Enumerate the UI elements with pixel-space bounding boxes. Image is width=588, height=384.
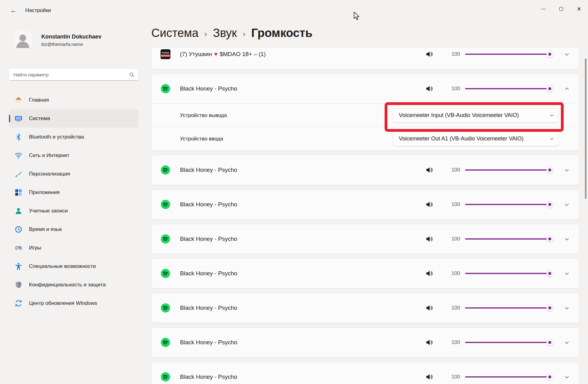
mixer-card-spotify: Black Honey - Psycho 100 — [151, 362, 579, 384]
volume-slider[interactable] — [465, 166, 553, 174]
expand-button[interactable] — [561, 164, 573, 176]
chevron-right-icon: › — [243, 29, 246, 39]
sidebar-item-privacy[interactable]: Конфиденциальность и защита — [9, 276, 138, 294]
slider-thumb[interactable] — [546, 236, 553, 242]
bluetooth-icon — [14, 133, 23, 141]
sidebar-item-games[interactable]: Игры — [9, 239, 138, 257]
sidebar-item-label: Система — [29, 115, 50, 122]
chevron-down-icon — [565, 52, 569, 57]
sidebar-item-label: Конфиденциальность и защита — [29, 282, 106, 288]
sidebar-item-bluetooth[interactable]: Bluetooth и устройства — [9, 128, 138, 146]
sidebar-nav: Главная Система Bluetooth и устройства С… — [9, 91, 138, 312]
slider-thumb[interactable] — [546, 270, 553, 277]
sidebar-item-label: Персонализация — [29, 171, 70, 177]
sidebar-item-accounts[interactable]: Учетные записи — [9, 202, 138, 220]
scrollbar[interactable] — [585, 59, 586, 199]
sidebar-item-label: Игры — [29, 245, 41, 251]
expand-button[interactable] — [561, 267, 573, 280]
volume-value: 100 — [445, 374, 460, 380]
spotify-icon — [161, 338, 170, 347]
avatar — [12, 30, 33, 51]
expand-button[interactable] — [561, 198, 573, 211]
speaker-icon — [425, 304, 434, 312]
chevron-down-icon — [550, 137, 554, 141]
volume-slider[interactable] — [465, 270, 553, 277]
user-profile[interactable]: Konstantin Dokuchaev biz@themarfa.name — [12, 30, 148, 51]
input-device-dropdown[interactable]: Voicemeeter Out A1 (VB-Audio Voicemeeter… — [393, 131, 558, 146]
close-button[interactable]: × — [570, 0, 588, 18]
titlebar: ← Настройки × — [0, 0, 588, 21]
volume-slider[interactable] — [465, 235, 553, 243]
sidebar-item-label: Время и язык — [29, 226, 62, 232]
app-title: Black Honey - Psycho — [180, 236, 237, 242]
chevron-down-icon — [565, 306, 569, 310]
sidebar-item-personalization[interactable]: Персонализация — [9, 165, 138, 183]
expand-button[interactable] — [561, 302, 573, 314]
spotify-icon — [161, 84, 170, 94]
volume-slider[interactable] — [465, 85, 553, 92]
sidebar-item-system[interactable]: Система — [9, 110, 138, 127]
output-device-dropdown[interactable]: Voicemeeter Input (VB-Audio Voicemeeter … — [393, 108, 558, 123]
breadcrumb: Система › Звук › Громкость — [151, 26, 312, 40]
maximize-button[interactable] — [552, 0, 570, 18]
sidebar-item-label: Специальные возможности — [29, 263, 96, 269]
volume-slider[interactable] — [465, 201, 553, 208]
chevron-right-icon: › — [204, 29, 207, 39]
expand-button[interactable] — [561, 48, 573, 60]
sidebar-item-label: Приложения — [29, 189, 59, 196]
spotify-icon — [161, 372, 170, 382]
back-button[interactable]: ← — [7, 4, 20, 17]
slider-thumb[interactable] — [546, 167, 553, 173]
home-icon — [14, 96, 23, 104]
speaker-icon — [425, 50, 434, 59]
sidebar-item-network[interactable]: Сеть и Интернет — [9, 147, 138, 164]
volume-value: 100 — [445, 51, 460, 57]
volume-slider[interactable] — [465, 51, 553, 58]
app-title: Black Honey - Psycho — [180, 270, 237, 277]
volume-slider[interactable] — [465, 373, 553, 381]
user-name: Konstantin Dokuchaev — [41, 34, 101, 40]
sidebar-item-apps[interactable]: Приложения — [9, 184, 138, 201]
window-controls: × — [534, 0, 588, 18]
accounts-icon — [14, 207, 23, 215]
expand-button[interactable] — [561, 233, 573, 245]
chevron-down-icon — [550, 113, 554, 117]
volume-value: 100 — [445, 339, 460, 346]
slider-thumb[interactable] — [546, 374, 553, 380]
speaker-icon — [425, 269, 434, 278]
maximize-icon — [559, 7, 563, 11]
mixer-rows: Black Honey - Psycho 100 Black Honey - P… — [151, 155, 579, 384]
volume-slider[interactable] — [465, 304, 553, 312]
volume-slider[interactable] — [465, 339, 553, 346]
breadcrumb-sound[interactable]: Звук — [213, 26, 237, 40]
sidebar-item-time-language[interactable]: Время и язык — [9, 220, 138, 238]
window-title: Настройки — [25, 7, 51, 14]
close-icon: × — [577, 6, 581, 13]
slider-thumb[interactable] — [546, 339, 553, 346]
search-input[interactable] — [9, 69, 138, 80]
spotify-icon — [161, 165, 170, 175]
accessibility-icon — [14, 262, 23, 271]
app-title: Black Honey - Psycho — [180, 201, 237, 208]
slider-thumb[interactable] — [546, 85, 553, 92]
sidebar-item-accessibility[interactable]: Специальные возможности — [9, 257, 138, 275]
slider-thumb[interactable] — [546, 201, 553, 208]
slider-thumb[interactable] — [546, 305, 553, 311]
minimize-button[interactable] — [534, 0, 552, 18]
app-title: (7) Утушкин♥$MDAO 18+ – (1) — [180, 51, 266, 58]
breadcrumb-system[interactable]: Система — [151, 26, 198, 40]
sidebar-item-home[interactable]: Главная — [9, 91, 138, 109]
collapse-button[interactable] — [561, 83, 573, 95]
chevron-down-icon — [565, 271, 569, 276]
sidebar-item-label: Центр обновления Windows — [29, 300, 97, 306]
volume-value: 100 — [445, 270, 460, 277]
mixer-card-spotify: Black Honey - Psycho 100 — [151, 224, 579, 254]
slider-thumb[interactable] — [546, 51, 553, 58]
chevron-down-icon — [565, 237, 569, 241]
expand-button[interactable] — [561, 336, 573, 349]
search-box — [9, 68, 138, 81]
expand-button[interactable] — [561, 371, 573, 383]
sidebar-item-label: Сеть и Интернет — [29, 152, 69, 159]
spotify-icon — [161, 269, 170, 278]
sidebar-item-windows-update[interactable]: Центр обновления Windows — [9, 294, 138, 312]
